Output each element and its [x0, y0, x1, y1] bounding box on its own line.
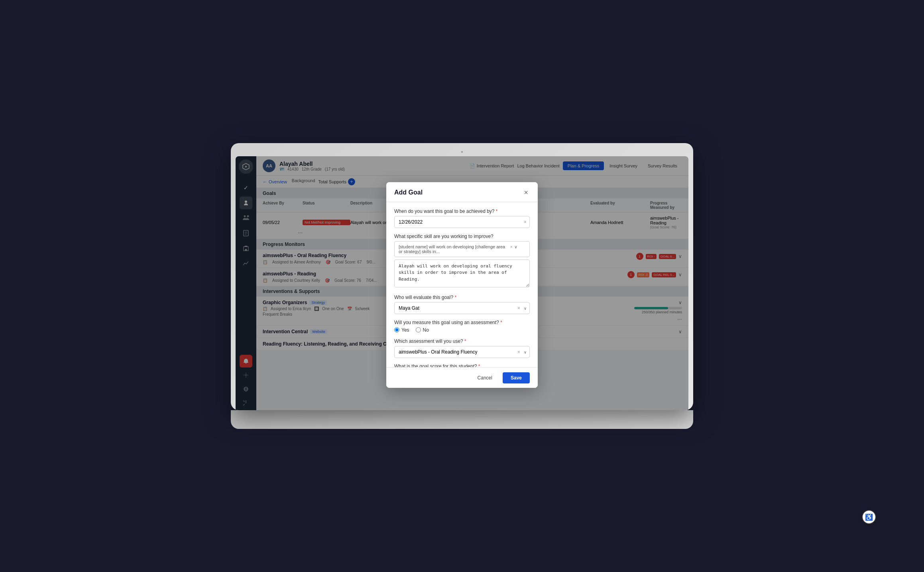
skill-dropdown-arrow[interactable]: ∨: [514, 244, 517, 254]
assessment-no-radio[interactable]: [416, 327, 421, 332]
assessment-no-label[interactable]: No: [416, 327, 429, 333]
evaluator-label: Who will evaluate this goal? *: [394, 295, 530, 300]
modal-footer: Cancel Save: [386, 367, 538, 388]
camera-dot: ●: [236, 148, 688, 156]
assessment-required: *: [500, 320, 502, 325]
modal-overlay: Add Goal × When do you want this goal to…: [236, 156, 688, 410]
assessment-type-wrapper: × ∨: [394, 346, 530, 358]
skill-label: What specific skill are you working to i…: [394, 234, 530, 239]
evaluator-required: *: [454, 295, 456, 300]
skill-select[interactable]: [student name] will work on developing […: [394, 241, 530, 257]
achieve-by-required: *: [496, 208, 498, 214]
achieve-by-input[interactable]: [394, 216, 530, 228]
skill-placeholder: [student name] will work on developing […: [399, 244, 510, 254]
assessment-question-group: Will you measure this goal using an asse…: [394, 320, 530, 333]
skill-textarea[interactable]: Alayah will work on developing oral flue…: [394, 259, 530, 287]
assessment-type-group: Which assessment will you use? * × ∨: [394, 338, 530, 358]
skill-clear-btn[interactable]: ×: [510, 244, 513, 254]
assessment-type-required: *: [464, 338, 466, 344]
cancel-button[interactable]: Cancel: [471, 372, 499, 383]
assessment-type-input[interactable]: [394, 346, 530, 358]
modal-close-btn[interactable]: ×: [522, 189, 530, 197]
evaluator-dropdown[interactable]: ∨: [524, 306, 527, 310]
achieve-by-group: When do you want this goal to be achieve…: [394, 208, 530, 228]
skill-select-wrapper: [student name] will work on developing […: [394, 241, 530, 257]
skill-select-controls: × ∨: [510, 244, 517, 254]
assessment-yes-label[interactable]: Yes: [394, 327, 409, 333]
assessment-yes-radio[interactable]: [394, 327, 399, 332]
achieve-by-clear[interactable]: ×: [524, 219, 527, 225]
assessment-type-label: Which assessment will you use? *: [394, 338, 530, 344]
evaluator-clear[interactable]: ×: [517, 305, 520, 311]
achieve-by-label: When do you want this goal to be achieve…: [394, 208, 530, 214]
add-goal-modal: Add Goal × When do you want this goal to…: [386, 182, 538, 388]
assessment-radio-group: Yes No: [394, 327, 530, 333]
modal-body: When do you want this goal to be achieve…: [386, 202, 538, 388]
accessibility-button[interactable]: ♿: [862, 510, 876, 524]
evaluator-input-wrapper: × ∨: [394, 302, 530, 314]
evaluator-input[interactable]: [394, 302, 530, 314]
modal-title: Add Goal: [394, 189, 423, 196]
save-button[interactable]: Save: [503, 372, 530, 383]
assessment-question-label: Will you measure this goal using an asse…: [394, 320, 530, 325]
assessment-type-dropdown[interactable]: ∨: [524, 350, 527, 354]
assessment-type-clear[interactable]: ×: [517, 349, 520, 355]
achieve-by-input-wrapper: ×: [394, 216, 530, 228]
laptop-base: [231, 410, 693, 429]
skill-group: What specific skill are you working to i…: [394, 234, 530, 289]
modal-header: Add Goal ×: [386, 182, 538, 202]
evaluator-group: Who will evaluate this goal? * × ∨: [394, 295, 530, 314]
